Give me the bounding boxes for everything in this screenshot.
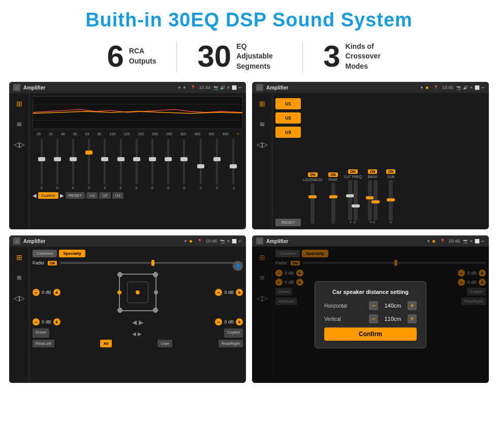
dialog-box: Car speaker distance setting Horizontal …: [315, 281, 426, 348]
db-minus-3[interactable]: −: [33, 318, 40, 325]
u3-btn[interactable]: U3: [275, 127, 301, 138]
db-val-2: 0 dB: [224, 290, 234, 295]
crossover-content: U1 U2 U3 RESET ON LOUDNESS ON PH: [272, 93, 489, 229]
status-dot-2: [183, 86, 185, 88]
status-orange-dot: [426, 86, 428, 89]
vertical-row: Vertical − 110cm +: [324, 314, 417, 323]
spec-icon-1[interactable]: ⊞: [13, 251, 26, 264]
all-btn[interactable]: All: [100, 340, 111, 347]
spec-icon-2[interactable]: ≋: [13, 271, 26, 284]
specialty-tab[interactable]: Specialty: [59, 250, 85, 257]
dlg-status-dot-2: [432, 240, 435, 243]
fader-slider[interactable]: [60, 262, 243, 264]
eq-prev[interactable]: ◀: [33, 193, 37, 198]
bottom-buttons-2: RearLeft All User RearRight: [33, 340, 243, 347]
horizontal-minus-btn[interactable]: −: [369, 301, 378, 310]
loudness-col: ON LOUDNESS: [303, 172, 323, 224]
dialog-time: 10:46: [448, 238, 460, 244]
crossover-reset-btn[interactable]: RESET: [275, 219, 301, 226]
specialty-sidebar: ⊞ ≋ ◁▷: [9, 247, 29, 383]
stats-row: 6 RCA Outputs 30 EQ Adjustable Segments …: [0, 36, 498, 79]
eq-icon-1[interactable]: ⊞: [13, 97, 26, 110]
u2-btn[interactable]: U2: [275, 112, 301, 124]
db-control-1: − 0 dB +: [33, 289, 60, 296]
confirm-button[interactable]: Confirm: [324, 327, 417, 341]
eq-slider-col: 0: [216, 139, 218, 190]
phat-slider[interactable]: [331, 183, 335, 224]
eq-u3-btn[interactable]: U3: [112, 192, 123, 199]
eq-freq-labels: 25 32 40 50 63 80 100 125 160 200 250 32…: [33, 131, 243, 137]
eq-slider-col: -1: [199, 139, 202, 190]
page-title: Buith-in 30EQ DSP Sound System: [0, 0, 498, 36]
u1-btn[interactable]: U1: [275, 98, 301, 109]
home-icon-3[interactable]: [13, 237, 20, 245]
eq-u2-btn[interactable]: U2: [99, 192, 110, 199]
db-minus-1[interactable]: −: [33, 289, 40, 296]
copilot-btn[interactable]: Copilot: [224, 328, 243, 338]
db-plus-4[interactable]: +: [236, 318, 243, 325]
db-minus-2[interactable]: −: [215, 289, 222, 296]
specialty-status-bar: Amplifier 📍 10:46 📷 ✕ ⬜ ↩: [9, 235, 246, 247]
spec-icon-3[interactable]: ◁▷: [13, 291, 26, 305]
stat-number-rca: 6: [107, 41, 123, 72]
bass-slider-2[interactable]: [374, 180, 378, 221]
sub-slider[interactable]: [389, 180, 393, 221]
status-dot-3: [421, 86, 423, 88]
specialty-body: ⊞ ≋ ◁▷ Common Specialty Fader ON 👤: [9, 247, 246, 383]
eq-sidebar: ⊞ ≋ ◁▷: [9, 93, 29, 229]
nav-arrows: ◀ ▶: [115, 317, 161, 326]
eq-custom-btn[interactable]: Custom: [38, 192, 58, 199]
eq-play-btn[interactable]: ▶: [60, 193, 64, 198]
spec-status-dot-2: [190, 240, 192, 243]
spec-status-dot-1: [184, 240, 186, 242]
stat-rca: 6 RCA Outputs: [86, 41, 176, 72]
bass-on: ON: [368, 169, 378, 174]
home-icon-2[interactable]: [256, 84, 263, 91]
home-icon-4[interactable]: [256, 237, 263, 245]
home-icon[interactable]: [13, 84, 20, 91]
rearright-btn[interactable]: RearRight: [219, 340, 243, 347]
eq-slider-col: 0: [151, 139, 153, 190]
bass-label: BASS: [368, 175, 378, 178]
eq-icon-2[interactable]: ≋: [13, 117, 26, 131]
vertical-plus-btn[interactable]: +: [408, 314, 417, 323]
crossover-icon-2[interactable]: ≋: [256, 117, 269, 131]
cutfreq-slider-1[interactable]: [348, 180, 352, 221]
bottom-buttons: Driver ◀ ▶ Copilot: [33, 328, 243, 338]
db-plus-2[interactable]: +: [236, 289, 243, 296]
loudness-label: LOUDNESS: [303, 178, 323, 182]
dialog-overlay: Car speaker distance setting Horizontal …: [252, 247, 489, 383]
eq-slider-col: 0: [72, 139, 74, 190]
specialty-time: 10:46: [205, 238, 217, 244]
rearleft-btn[interactable]: RearLeft: [33, 340, 54, 347]
horizontal-plus-btn[interactable]: +: [408, 301, 417, 310]
crossover-icon-1[interactable]: ⊞: [256, 97, 269, 110]
status-icons-spec: 📷 ✕ ⬜ ↩: [220, 239, 242, 244]
specialty-content-area: Common Specialty Fader ON 👤 − 0 dB: [29, 247, 246, 383]
status-icons-cross: 📷 🔊 ✕ ⬜ ↩: [456, 85, 485, 90]
sub-col: ON SUB G: [383, 169, 398, 224]
db-plus-3[interactable]: +: [53, 318, 60, 325]
user-btn[interactable]: User: [158, 340, 172, 347]
eq-icon-3[interactable]: ◁▷: [13, 138, 26, 151]
screenshots-grid: Amplifier 📍 10:44 📷 🔊 ✕ ⬜ ↩ ⊞ ≋ ◁▷: [0, 79, 498, 388]
eq-u1-btn[interactable]: U1: [86, 192, 98, 199]
crossover-screen-title: Amplifier: [266, 85, 418, 91]
db-plus-1[interactable]: +: [53, 289, 60, 296]
vertical-minus-btn[interactable]: −: [369, 314, 378, 323]
eq-reset-btn[interactable]: RESET: [66, 192, 85, 199]
loudness-slider[interactable]: [310, 183, 315, 224]
person-icon[interactable]: 👤: [233, 261, 243, 271]
dlg-status-dot-1: [427, 240, 429, 242]
common-tab[interactable]: Common: [33, 250, 57, 257]
db-minus-4[interactable]: −: [215, 318, 222, 325]
vertical-value: 110cm: [380, 316, 406, 322]
db-control-3: − 0 dB +: [33, 318, 60, 325]
dialog-screen: Amplifier 📍 10:46 📷 ✕ ⬜ ↩ ⊞ ≋ ◁▷ Common: [252, 235, 489, 383]
cutfreq-slider-2[interactable]: [354, 180, 358, 221]
driver-btn[interactable]: Driver: [33, 328, 49, 338]
sub-label: SUB: [387, 175, 394, 178]
crossover-icon-3[interactable]: ◁▷: [256, 138, 269, 151]
eq-slider-col: 5: [88, 139, 90, 190]
eq-slider-col: 0: [183, 139, 185, 190]
